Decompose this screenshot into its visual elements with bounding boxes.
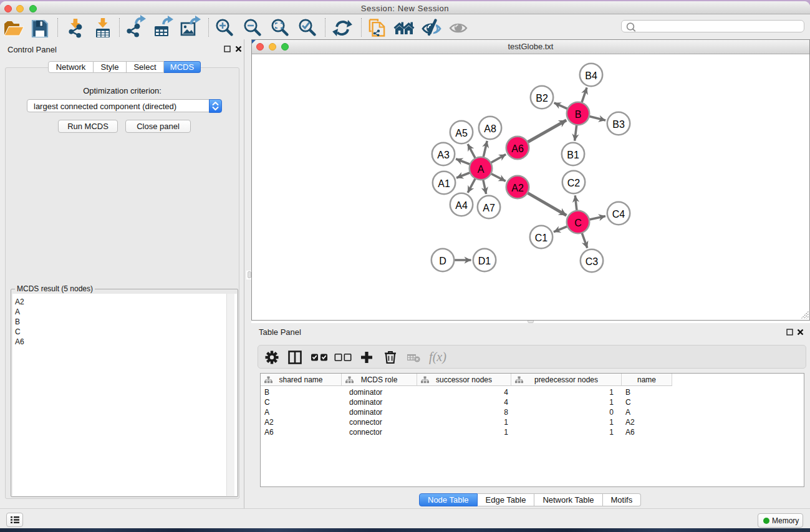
svg-text:D: D	[439, 256, 446, 266]
svg-text:A6: A6	[511, 143, 524, 154]
svg-text:A2: A2	[511, 183, 524, 193]
svg-text:B3: B3	[612, 119, 625, 130]
svg-text:C2: C2	[567, 178, 581, 188]
svg-text:A: A	[478, 164, 485, 175]
svg-text:C: C	[574, 218, 582, 228]
svg-text:C1: C1	[535, 233, 548, 243]
svg-text:f(x): f(x)	[429, 350, 446, 364]
svg-text:A5: A5	[455, 128, 468, 138]
svg-text:A4: A4	[455, 200, 468, 211]
svg-text:C3: C3	[586, 256, 599, 267]
svg-text:A8: A8	[484, 123, 496, 134]
svg-text:B1: B1	[567, 150, 579, 160]
svg-text:A7: A7	[483, 203, 495, 213]
svg-text:B2: B2	[536, 93, 548, 104]
svg-text:B4: B4	[585, 70, 597, 81]
svg-text:D1: D1	[478, 256, 491, 266]
svg-text:B: B	[575, 109, 582, 120]
svg-text:A3: A3	[437, 150, 450, 160]
svg-text:C4: C4	[612, 209, 625, 220]
svg-text:A1: A1	[438, 178, 450, 189]
